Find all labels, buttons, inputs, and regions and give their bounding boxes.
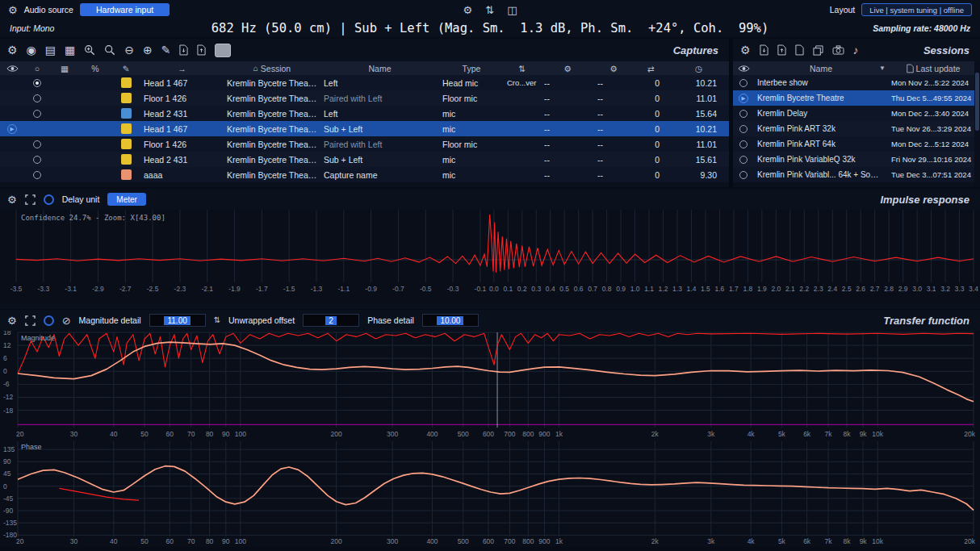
polarity-icon[interactable]: ⊘ xyxy=(62,315,71,326)
col-type-header[interactable]: Type xyxy=(439,64,504,73)
col-measurement-icon[interactable]: → xyxy=(140,64,224,73)
layout-label[interactable]: Layout xyxy=(830,5,856,15)
session-col-name-header[interactable]: Name ▼ xyxy=(754,64,888,73)
sessions-settings-icon[interactable]: ⚙ xyxy=(740,44,751,56)
session-duplicate-icon[interactable] xyxy=(813,45,823,56)
capture-sum-cell[interactable] xyxy=(24,171,50,179)
col-visibility-icon[interactable] xyxy=(0,65,24,73)
session-row[interactable]: ▶ Kremlin Pink ART 32k Tue Nov 26...3:29… xyxy=(733,121,980,136)
mode-button[interactable]: Live | system tuning | offline xyxy=(861,3,972,16)
coherence-mode-icon[interactable] xyxy=(44,315,54,326)
transfer-fullscreen-icon[interactable] xyxy=(25,315,36,326)
capture-color-swatch[interactable] xyxy=(121,139,132,149)
cascade-icon[interactable]: ▦ xyxy=(65,44,75,56)
session-row[interactable]: ▶ Interbee show Mon Nov 2...5:22 2024 xyxy=(733,75,980,90)
capture-color-cell[interactable] xyxy=(111,108,140,119)
color-swatch-button[interactable] xyxy=(215,44,231,57)
capture-color-swatch[interactable] xyxy=(121,77,132,88)
capture-row[interactable]: ▶ Head 2 431 Kremlin Bycetre Theatre Lef… xyxy=(0,106,729,121)
session-row[interactable]: ▶ Kremlin Bycetre Theatre Thu Dec 5...49… xyxy=(733,90,980,106)
plus-circle-icon[interactable]: ⊕ xyxy=(143,44,153,56)
session-import-icon[interactable] xyxy=(760,44,769,56)
session-export-icon[interactable] xyxy=(777,44,786,56)
col-percent-icon[interactable]: % xyxy=(79,64,111,73)
io-levels-icon[interactable]: ⇅ xyxy=(485,5,494,15)
sessions-scrollbar-thumb[interactable] xyxy=(975,73,979,131)
col-average-icon[interactable]: ○ xyxy=(24,64,50,73)
session-row[interactable]: ▶ Kremlin Pink VariableQ 32k Fri Nov 29.… xyxy=(733,152,980,167)
col-crossover-icon[interactable]: ⇅ xyxy=(504,64,541,73)
capture-row[interactable]: ▶ aaaa Kremlin Bycetre Theatre Capture n… xyxy=(0,167,729,182)
zoom-in-icon[interactable] xyxy=(84,44,95,56)
sum-radio[interactable] xyxy=(33,156,41,164)
capture-sum-cell[interactable] xyxy=(24,79,50,87)
sessions-scrollbar[interactable] xyxy=(974,61,980,186)
settings-gear-icon[interactable]: ⚙ xyxy=(463,5,473,15)
meter-button[interactable]: Meter xyxy=(107,193,146,206)
col-color-icon[interactable]: ✎ xyxy=(111,64,140,73)
capture-row[interactable]: ▶ Head 1 467 Kremlin Bycetre Theatre Lef… xyxy=(0,75,729,90)
capture-row[interactable]: ▶ Floor 1 426 Kremlin Bycetre Theatre Pa… xyxy=(0,136,729,152)
captures-settings-icon[interactable]: ⚙ xyxy=(7,44,18,56)
capture-color-cell[interactable] xyxy=(111,93,140,103)
session-row[interactable]: ▶ Kremlin Delay Mon Dec 2...3:40 2024 xyxy=(733,106,980,121)
session-row[interactable]: ▶ Kremlin Pink ART 64k Mon Dec 2...5:12 … xyxy=(733,136,980,152)
session-radio[interactable] xyxy=(739,110,748,118)
monitor-icon[interactable]: ◫ xyxy=(507,5,517,15)
delay-mode-icon[interactable] xyxy=(44,194,54,205)
col-filter-b-icon[interactable]: ⚙ xyxy=(594,64,633,73)
impulse-fullscreen-icon[interactable] xyxy=(25,194,36,205)
magnitude-chart[interactable]: 181260-6-12-1820304050607080901002003004… xyxy=(0,331,980,440)
session-col-update-header[interactable]: Last update xyxy=(888,64,978,73)
minus-circle-icon[interactable]: ⊖ xyxy=(124,44,134,56)
col-delay-icon[interactable]: ⇄ xyxy=(633,64,669,73)
capture-sum-cell[interactable] xyxy=(24,110,50,118)
impulse-settings-icon[interactable]: ⚙ xyxy=(7,194,17,205)
phase-detail-input[interactable]: 10.00 xyxy=(422,314,479,327)
session-radio[interactable] xyxy=(739,125,748,133)
capture-color-swatch[interactable] xyxy=(121,108,132,119)
audio-source-icon[interactable]: ⚙ xyxy=(8,5,18,15)
capture-color-cell[interactable] xyxy=(111,123,140,134)
session-new-icon[interactable] xyxy=(795,44,804,56)
col-filter-a-icon[interactable]: ⚙ xyxy=(541,64,594,73)
col-group-icon[interactable]: ▦ xyxy=(50,64,79,73)
capture-sum-cell[interactable] xyxy=(24,140,50,148)
capture-color-cell[interactable] xyxy=(111,169,140,180)
session-radio[interactable] xyxy=(739,140,748,148)
capture-color-swatch[interactable] xyxy=(121,169,132,180)
capture-row[interactable]: ▶ Floor 1 426 Kremlin Bycetre Theatre Pa… xyxy=(0,90,729,106)
stack-icon[interactable]: ▤ xyxy=(45,44,56,56)
capture-sum-cell[interactable] xyxy=(24,156,50,164)
sum-radio[interactable] xyxy=(33,171,41,179)
col-session-header[interactable]: ⌂Session xyxy=(224,64,320,73)
transfer-settings-icon[interactable]: ⚙ xyxy=(7,315,17,326)
session-col-visibility-icon[interactable] xyxy=(733,65,754,73)
session-radio[interactable] xyxy=(739,79,748,87)
impulse-response-chart[interactable]: -3.5-3.3-3.1-2.9-2.7-2.5-2.3-2.1-1.9-1.7… xyxy=(0,210,980,303)
sum-radio[interactable] xyxy=(33,79,41,87)
edit-pencil-icon[interactable]: ✎ xyxy=(161,44,171,56)
unwrapped-offset-input[interactable]: 2 xyxy=(303,314,359,327)
hardware-input-button[interactable]: Hardware input xyxy=(80,3,170,16)
session-radio[interactable] xyxy=(739,156,748,164)
capture-sum-cell[interactable] xyxy=(24,94,50,102)
sum-radio[interactable] xyxy=(33,140,41,148)
capture-color-swatch[interactable] xyxy=(121,123,132,134)
capture-color-cell[interactable] xyxy=(111,139,140,149)
col-time-icon[interactable]: ◷ xyxy=(669,64,728,73)
col-name-header[interactable]: Name xyxy=(320,64,439,73)
zoom-icon[interactable] xyxy=(104,44,115,56)
capture-row[interactable]: ▶ Head 1 467 Kremlin Bycetre Theatre Sub… xyxy=(0,121,729,136)
active-capture-icon[interactable]: ▶ xyxy=(7,124,17,134)
phase-chart[interactable]: 13590450-45-90-135-180203040506070809010… xyxy=(0,440,980,547)
active-session-icon[interactable]: ▶ xyxy=(739,94,748,103)
capture-color-cell[interactable] xyxy=(111,154,140,165)
session-notes-icon[interactable]: ♪ xyxy=(853,44,859,56)
capture-color-swatch[interactable] xyxy=(121,154,132,165)
session-snapshot-icon[interactable] xyxy=(832,45,844,55)
magnitude-detail-input[interactable]: 11.00 xyxy=(149,314,206,327)
import-file-icon[interactable] xyxy=(179,44,188,56)
sum-radio[interactable] xyxy=(33,94,41,102)
capture-color-cell[interactable] xyxy=(111,77,140,88)
